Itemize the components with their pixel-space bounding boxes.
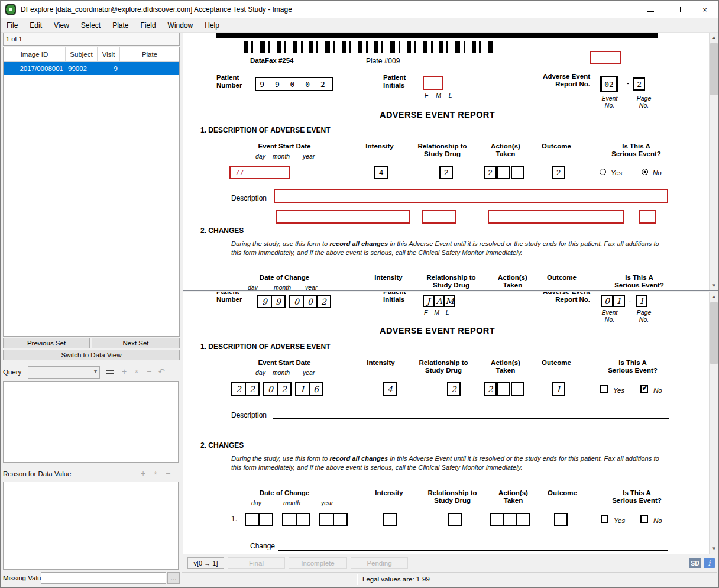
patient-number-field[interactable]: 9 9 0 0 2 (255, 77, 333, 91)
query-add-icon[interactable]: + (119, 367, 129, 376)
reason-remove-icon[interactable]: − (163, 469, 173, 478)
relationship-header: Relationship toStudy Drug (410, 143, 475, 158)
scan-section2-heading: 2. CHANGES (200, 441, 244, 450)
pending-button[interactable]: Pending (351, 557, 408, 569)
switch-to-data-view-button[interactable]: Switch to Data View (3, 350, 180, 360)
scan-image-panel: PatientNumber 9 9 0 0 2 PatientInitials … (183, 292, 719, 554)
date-value: / / (237, 168, 243, 177)
maximize-icon (675, 7, 681, 12)
reason-textarea[interactable] (3, 482, 179, 570)
previous-set-button[interactable]: Previous Set (3, 338, 90, 348)
scan-scrollbar-thumb[interactable] (710, 302, 718, 364)
info-button[interactable]: i (704, 558, 715, 568)
image-footer: v[0 → 1] Final Incomplete Pending SD i (183, 556, 719, 571)
scan-change-label: Change (250, 542, 275, 550)
column-header-visit[interactable]: Visit (98, 47, 120, 61)
serious-no-radio[interactable] (642, 169, 648, 175)
scan-initial-l: M (444, 295, 455, 307)
next-set-button[interactable]: Next Set (92, 338, 180, 348)
relationship-field[interactable]: 2 (439, 166, 453, 179)
scan-intensity-header-2: Intensity (368, 489, 410, 497)
query-notes-icon[interactable] (103, 367, 116, 378)
incomplete-button[interactable]: Incomplete (289, 557, 347, 569)
fml-sublabel: F M L (425, 92, 452, 99)
year-sublabel-2: year (305, 284, 317, 290)
scan-outcome-field: 1 (552, 382, 565, 396)
description-field-4[interactable] (488, 210, 624, 224)
description-field-5[interactable] (639, 210, 656, 224)
report-dash: - (627, 79, 629, 88)
patient-number-label: PatientNumber (216, 74, 242, 89)
missing-value-input[interactable] (41, 572, 166, 584)
image-count: 1 of 1 (3, 33, 180, 46)
scan-actions-header: Action(s)Taken (486, 359, 525, 374)
day-sublabel-2: day (248, 284, 258, 290)
action3-field[interactable] (511, 166, 524, 179)
scan-change-no-checkbox (640, 515, 648, 523)
scroll-down-icon[interactable]: ▼ (710, 281, 718, 290)
scan-action1-field: 2 (484, 382, 497, 396)
table-row[interactable]: 2017/0008001 99002 9 (4, 62, 179, 75)
menu-file[interactable]: File (1, 18, 24, 32)
scan-scrollbar[interactable]: ▲ ▼ (709, 292, 718, 554)
menu-view[interactable]: View (48, 18, 75, 32)
scan-description-line (273, 409, 669, 419)
query-textarea[interactable] (3, 381, 179, 463)
patient-initials-field[interactable] (423, 76, 443, 90)
missing-value-label: Missing Value (3, 574, 45, 581)
reason-add-icon[interactable]: + (138, 469, 148, 478)
description-field[interactable] (274, 189, 668, 203)
menu-window[interactable]: Window (162, 18, 199, 32)
cell-visit: 9 (98, 62, 120, 75)
scroll-up-icon[interactable]: ▲ (710, 33, 718, 43)
scan-change-row-number: 1. (231, 515, 237, 523)
scan-event-no-sublabel: EventNo. (597, 309, 623, 323)
query-remove-icon[interactable]: − (144, 367, 154, 376)
query-dropdown[interactable]: ▾ (28, 366, 100, 379)
missing-value-more-button[interactable]: ... (167, 572, 180, 584)
menu-field[interactable]: Field (135, 18, 162, 32)
reason-star-icon[interactable]: * (150, 470, 161, 479)
scan-scroll-down-icon[interactable]: ▼ (710, 544, 718, 554)
menu-help[interactable]: Help (199, 18, 225, 32)
menu-edit[interactable]: Edit (24, 18, 48, 32)
scan-intensity-header: Intensity (360, 359, 401, 367)
serious-yes-radio[interactable] (600, 169, 606, 175)
query-star-icon[interactable]: * (131, 368, 142, 377)
action1-field[interactable]: 2 (484, 166, 497, 179)
scan-intensity-field: 4 (383, 382, 397, 396)
barcode (244, 41, 495, 53)
event-start-date-field[interactable]: / / (229, 166, 290, 179)
column-header-plate[interactable]: Plate (120, 47, 179, 61)
intensity-field[interactable]: 4 (374, 166, 388, 179)
event-no-field-selected[interactable]: 02 (600, 76, 618, 92)
status-bar: Legal values are: 1-99 (182, 572, 717, 586)
scan-page-no: 1 (636, 295, 647, 307)
image-list-sidebar: 1 of 1 Image ID Subject Visit Plate 2017… (3, 33, 180, 586)
close-button[interactable]: × (691, 1, 718, 18)
description-field-3[interactable] (422, 210, 456, 224)
query-undo-icon[interactable]: ↶ (156, 367, 167, 376)
page-no-field[interactable]: 2 (633, 77, 645, 91)
maximize-button[interactable] (664, 1, 691, 18)
description-field-2[interactable] (276, 210, 410, 224)
scan-date-of-change-header: Date of Change (245, 489, 324, 497)
scan-change-no-label: No (653, 517, 662, 524)
menu-select[interactable]: Select (75, 18, 106, 32)
column-header-image-id[interactable]: Image ID (4, 47, 66, 61)
outcome-field[interactable]: 2 (552, 166, 565, 179)
office-use-field[interactable] (590, 51, 621, 64)
scan-scroll-up-icon[interactable]: ▲ (710, 292, 718, 302)
minimize-button[interactable] (637, 1, 664, 18)
action2-field[interactable] (497, 166, 510, 179)
sd-button[interactable]: SD (689, 558, 701, 568)
scan-change-date-d1 (245, 513, 260, 526)
scan-report-dash: - (629, 296, 631, 305)
menu-plate[interactable]: Plate (106, 18, 134, 32)
scrollbar-thumb[interactable] (710, 43, 718, 95)
window-controls: × (637, 1, 718, 18)
scan-action3-field (511, 382, 524, 396)
template-scrollbar[interactable]: ▲ ▼ (709, 33, 718, 290)
final-button[interactable]: Final (228, 557, 285, 569)
column-header-subject[interactable]: Subject (66, 47, 98, 61)
